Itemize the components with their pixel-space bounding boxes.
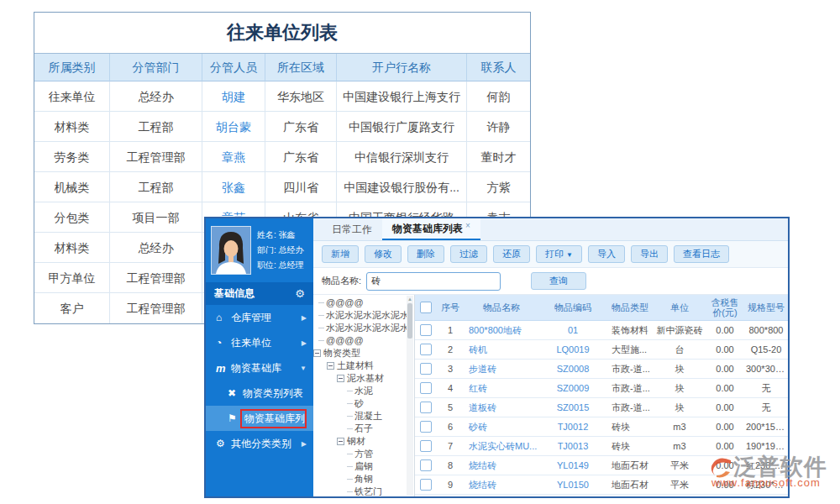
row-checkbox[interactable] (420, 440, 432, 452)
cell-item-name-link[interactable]: 砖机 (464, 340, 539, 359)
cell-no: 6 (437, 417, 464, 436)
cell-price: 0.00 (706, 437, 744, 455)
cell-category: 机械类 (34, 172, 110, 202)
cell-item-code-link[interactable]: SZ0008 (539, 360, 606, 378)
row-checkbox[interactable] (420, 459, 432, 471)
cell-item-type: 市政-道... (606, 360, 654, 378)
tree-item[interactable]: 扁钢 (313, 460, 407, 473)
cell-person-link[interactable]: 章燕 (202, 142, 265, 172)
cell-item-code-link[interactable]: LQ0019 (539, 340, 606, 359)
view-log-button[interactable]: 查看日志 (674, 245, 729, 263)
cell-spec: 190*190*140 (744, 437, 788, 455)
tree-item[interactable]: 方管 (313, 448, 407, 460)
sidebar-item-material-category-list[interactable]: ✖ 物资类别列表 (206, 381, 313, 406)
row-checkbox[interactable] (420, 363, 432, 375)
add-button[interactable]: 新增 (322, 245, 359, 263)
table-row: 3 步道砖 SZ0008 市政-道... 块 0.00 300*300*20 (415, 360, 788, 379)
cell-item-code-link[interactable]: TJ0012 (539, 417, 606, 436)
sidebar-item-material-base-list[interactable]: ⚑ 物资基础库列表 (206, 406, 313, 431)
tree-item[interactable]: 水泥水泥水泥水泥水泥水泥 (313, 309, 407, 322)
delete-button[interactable]: 删除 (407, 245, 444, 263)
cell-item-code-link[interactable]: SZ0009 (539, 379, 606, 397)
cell-unit: 平米 (654, 495, 706, 496)
cell-spec: 200*150*100 (744, 417, 788, 436)
tree-item[interactable]: 砂 (313, 397, 407, 410)
row-checkbox[interactable] (420, 344, 432, 355)
sidebar-item-warehouse[interactable]: ⌂ 仓库管理 ▶ (206, 305, 313, 330)
collapse-icon[interactable] (337, 438, 344, 445)
home-icon: ⌂ (216, 312, 231, 323)
gear-icon[interactable]: ⚙ (295, 287, 305, 300)
cell-person-link[interactable]: 胡台蒙 (202, 112, 265, 142)
close-icon[interactable]: × (465, 221, 470, 230)
table-row: 1 800*800地砖 01 装饰材料 新中源瓷砖 0.00 800*800 (415, 321, 788, 340)
cell-item-code-link[interactable]: TJ0013 (539, 437, 606, 455)
sidebar-item-label: 仓库管理 (231, 311, 302, 325)
cell-item-name-link[interactable]: 烧结砖 (464, 475, 539, 494)
tab-daily-work[interactable]: 日常工作 (322, 218, 382, 240)
cell-item-code-link[interactable]: YL0149 (539, 456, 606, 475)
tree-item[interactable]: 石子 (313, 423, 407, 435)
cell-price: 0.00 (706, 495, 744, 496)
cell-price: 0.00 (706, 398, 744, 417)
tree-item[interactable]: @@@@ (313, 297, 407, 309)
scrollbar-thumb[interactable] (407, 303, 412, 339)
tree-item[interactable]: @@@@ (313, 334, 407, 347)
restore-button[interactable]: 还原 (493, 245, 530, 263)
cell-item-name-link[interactable]: 道板砖 (464, 398, 539, 417)
tree-item-masonry-base[interactable]: 泥水基材 (313, 372, 407, 385)
tree-scrollbar[interactable]: ▲ (407, 296, 413, 496)
sidebar-item-other-categories[interactable]: ⚙ 其他分类类别 ▶ (206, 431, 313, 456)
cell-no: 1 (437, 321, 464, 339)
sidebar-item-material-base[interactable]: m 物资基础库 ▼ (206, 355, 313, 381)
row-checkbox[interactable] (420, 382, 432, 394)
cell-item-name-link[interactable]: 砂砖 (464, 417, 539, 436)
cell-item-code-link[interactable]: 01 (539, 321, 606, 339)
tree-item-material-type[interactable]: 物资类型 (313, 347, 407, 360)
export-button[interactable]: 导出 (631, 245, 668, 263)
tree-item-civil-materials[interactable]: 土建材料 (313, 360, 407, 372)
cell-item-name-link[interactable]: 劈开砖 (464, 495, 539, 496)
row-checkbox[interactable] (420, 479, 432, 491)
cell-item-code-link[interactable]: SZ0015 (539, 398, 606, 417)
collapse-icon[interactable] (327, 362, 334, 370)
cell-item-code-link[interactable]: YL0150 (539, 475, 606, 494)
cell-item-name-link[interactable]: 水泥实心砖MU... (464, 437, 539, 455)
query-button[interactable]: 查询 (531, 272, 586, 290)
row-checkbox[interactable] (420, 402, 432, 413)
tree-item[interactable]: 铁艺门 (313, 486, 407, 496)
sidebar-header-basic-info[interactable]: 基础信息 ⚙ (206, 282, 313, 305)
cell-department: 工程管理部 (110, 142, 202, 172)
collapse-icon[interactable] (337, 375, 344, 382)
cell-item-code-link[interactable]: YL0172 (539, 495, 606, 496)
tree-item[interactable]: 角钢 (313, 473, 407, 486)
tree-item[interactable]: 混凝土 (313, 410, 407, 423)
collapse-icon[interactable] (313, 349, 321, 357)
cell-item-name-link[interactable]: 步道砖 (464, 360, 539, 378)
cell-item-name-link[interactable]: 800*800地砖 (464, 321, 539, 339)
cell-item-name-link[interactable]: 红砖 (464, 379, 539, 397)
filter-button[interactable]: 过滤 (450, 245, 487, 263)
edit-button[interactable]: 修改 (365, 245, 402, 263)
tab-material-base-list[interactable]: 物资基础库列表 × (382, 218, 480, 240)
print-button[interactable]: 打印▼ (536, 245, 582, 263)
scroll-up-icon[interactable]: ▲ (407, 296, 413, 302)
contacts-table-header: 所属类别 分管部门 分管人员 所在区域 开户行名称 联系人 (34, 54, 530, 81)
cell-item-name-link[interactable]: 烧结砖 (464, 456, 539, 475)
sidebar-item-label: 物资基础库 (231, 361, 300, 375)
import-button[interactable]: 导入 (588, 245, 625, 263)
select-all-checkbox[interactable] (420, 302, 432, 313)
m-icon: m (216, 362, 231, 375)
column-header: 含税售价(元) (706, 297, 744, 318)
column-header: 联系人 (467, 54, 530, 81)
column-header: 物品编码 (539, 302, 606, 312)
tree-item[interactable]: 水泥 (313, 385, 407, 397)
row-checkbox[interactable] (420, 324, 432, 336)
tree-item-steel[interactable]: 钢材 (313, 435, 407, 448)
tree-item[interactable]: 水泥水泥水泥水泥水泥水泥 (313, 322, 407, 334)
cell-person-link[interactable]: 胡建 (202, 81, 265, 112)
item-name-input[interactable] (366, 272, 501, 291)
cell-person-link[interactable]: 张鑫 (202, 172, 265, 202)
sidebar-item-contacts[interactable]: ◔ 往来单位 ▶ (206, 330, 313, 355)
row-checkbox[interactable] (420, 421, 432, 433)
